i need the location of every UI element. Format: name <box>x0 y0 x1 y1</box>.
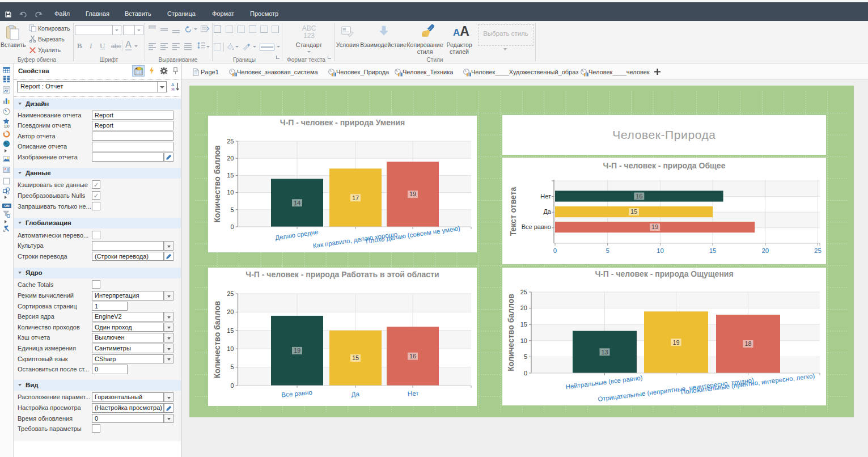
svg-text:15: 15 <box>520 321 527 328</box>
svg-text:0: 0 <box>553 247 557 254</box>
svg-text:Текст ответа: Текст ответа <box>509 187 518 236</box>
svg-text:15: 15 <box>227 327 234 334</box>
svg-text:10: 10 <box>520 337 527 344</box>
svg-text:Количество баллов: Количество баллов <box>213 301 222 378</box>
svg-text:Ч-П - человек - природа Работа: Ч-П - человек - природа Работать в этой … <box>245 270 439 279</box>
svg-text:15: 15 <box>227 172 234 179</box>
svg-text:Все равно: Все равно <box>522 223 551 230</box>
svg-text:18: 18 <box>744 340 751 347</box>
svg-text:Да: Да <box>543 208 551 215</box>
svg-text:5: 5 <box>230 363 234 370</box>
svg-text:14: 14 <box>294 200 300 206</box>
svg-text:Я: Я <box>171 87 175 92</box>
svg-text:5: 5 <box>524 353 527 360</box>
svg-text:20: 20 <box>761 247 769 254</box>
svg-text:10: 10 <box>657 247 664 254</box>
svg-text:Ч-П - человек - природа Общее: Ч-П - человек - природа Общее <box>603 161 726 170</box>
svg-text:Нет: Нет <box>540 193 551 200</box>
svg-text:10: 10 <box>227 189 234 196</box>
svg-text:Количество баллов: Количество баллов <box>506 294 515 371</box>
svg-text:13: 13 <box>601 349 608 356</box>
svg-text:10: 10 <box>227 345 234 352</box>
svg-text:Количество баллов: Количество баллов <box>213 145 222 223</box>
svg-text:5: 5 <box>606 247 609 254</box>
svg-text:0: 0 <box>230 223 234 230</box>
svg-text:19: 19 <box>409 191 416 197</box>
svg-text:19: 19 <box>294 347 300 354</box>
svg-text:16: 16 <box>409 353 416 359</box>
svg-text:Ч-П - человек - природа Умения: Ч-П - человек - природа Умения <box>280 118 405 127</box>
svg-text:20: 20 <box>520 304 527 311</box>
svg-text:0: 0 <box>524 370 527 376</box>
svg-text:20: 20 <box>227 155 234 162</box>
svg-text:5: 5 <box>230 206 234 213</box>
svg-text:15: 15 <box>352 354 359 361</box>
svg-text:19: 19 <box>651 223 658 230</box>
svg-text:15: 15 <box>630 208 637 215</box>
svg-text:Ч-П - человек - природа Ощущен: Ч-П - человек - природа Ощущения <box>595 269 733 278</box>
svg-text:25: 25 <box>227 138 234 145</box>
svg-text:15: 15 <box>709 247 717 254</box>
svg-text:25: 25 <box>814 247 822 254</box>
svg-text:19: 19 <box>672 339 679 346</box>
svg-text:20: 20 <box>227 308 234 315</box>
svg-text:25: 25 <box>227 290 234 297</box>
svg-text:0: 0 <box>230 382 234 389</box>
svg-text:Да: Да <box>351 390 360 397</box>
svg-text:Нет: Нет <box>407 390 419 397</box>
svg-text:16: 16 <box>636 193 642 200</box>
svg-text:17: 17 <box>352 194 359 201</box>
svg-text:25: 25 <box>520 289 527 295</box>
